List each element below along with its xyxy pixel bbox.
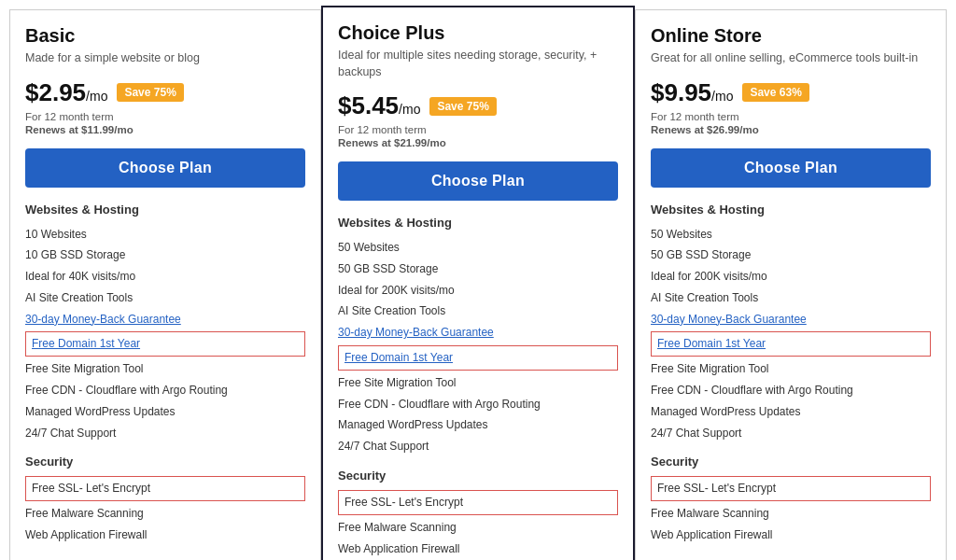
price-row-basic: $2.95/moSave 75% [25,78,305,107]
list-item: Free CDN - Cloudflare with Argo Routing [651,380,931,401]
plan-renews-basic: Renews at $11.99/mo [25,124,305,135]
plan-price-basic: $2.95/mo [25,78,107,107]
list-item: Web Application Firewall [25,525,305,546]
security-title-basic: Security [25,455,305,469]
security-section-online-store: SecurityFree SSL- Let's EncryptFree Malw… [651,455,931,545]
list-item: Free Site Migration Tool [651,358,931,380]
save-badge-basic: Save 75% [117,83,183,102]
list-item: 30-day Money-Back Guarantee [25,309,305,330]
security-title-online-store: Security [651,455,931,469]
list-item: AI Site Creation Tools [25,287,305,309]
plans-container: BasicMade for a simple website or blog$2… [9,9,947,560]
list-item: 24/7 Chat Support [25,423,305,444]
plan-renews-choice-plus: Renews at $21.99/mo [338,137,618,148]
list-item: Web Application Firewall [338,539,618,560]
choose-plan-button-basic[interactable]: Choose Plan [25,148,305,188]
save-badge-online-store: Save 63% [742,83,808,102]
list-item: 50 GB SSD Storage [651,245,931,266]
list-item: 24/7 Chat Support [338,436,618,457]
security-title-choice-plus: Security [338,469,618,483]
security-features-basic: Free SSL- Let's EncryptFree Malware Scan… [25,476,305,545]
list-item: Managed WordPress Updates [651,401,931,423]
security-section-basic: SecurityFree SSL- Let's EncryptFree Malw… [25,455,305,545]
plan-price-online-store: $9.95/mo [651,78,733,107]
list-item: Free CDN - Cloudflare with Argo Routing [25,380,305,401]
hosting-title-basic: Websites & Hosting [25,203,305,217]
list-item: 50 Websites [651,224,931,245]
plan-desc-choice-plus: Ideal for multiple sites needing storage… [338,48,618,80]
list-item: 10 GB SSD Storage [25,245,305,266]
choose-plan-button-choice-plus[interactable]: Choose Plan [338,161,618,201]
list-item: Free Domain 1st Year [651,331,931,357]
list-item: Managed WordPress Updates [25,401,305,423]
list-item: AI Site Creation Tools [651,287,931,309]
plan-term-choice-plus: For 12 month term [338,124,618,135]
price-row-online-store: $9.95/moSave 63% [651,78,931,107]
plan-card-online-store: Online StoreGreat for all online selling… [635,9,947,560]
list-item: Free SSL- Let's Encrypt [651,476,931,501]
choose-plan-button-online-store[interactable]: Choose Plan [651,148,931,188]
plan-desc-basic: Made for a simple website or blog [25,50,305,67]
list-item: Ideal for 200K visits/mo [651,266,931,287]
list-item: Ideal for 200K visits/mo [338,280,618,301]
list-item: Web Application Firewall [651,525,931,546]
list-item: Free Site Migration Tool [338,372,618,394]
list-item: 30-day Money-Back Guarantee [338,322,618,343]
plan-term-online-store: For 12 month term [651,111,931,122]
list-item: Free SSL- Let's Encrypt [338,490,618,515]
plan-name-online-store: Online Store [651,25,931,47]
list-item: 24/7 Chat Support [651,423,931,444]
security-features-choice-plus: Free SSL- Let's EncryptFree Malware Scan… [338,490,618,559]
list-item: Free Malware Scanning [651,503,931,525]
plan-desc-online-store: Great for all online selling, eCommerce … [651,50,931,67]
list-item: Managed WordPress Updates [338,414,618,436]
plan-card-choice-plus: Choice PlusIdeal for multiple sites need… [321,6,635,560]
save-badge-choice-plus: Save 75% [429,97,496,116]
hosting-features-online-store: 50 Websites50 GB SSD StorageIdeal for 20… [651,224,931,444]
plan-name-basic: Basic [25,25,305,47]
list-item: 10 Websites [25,224,305,245]
list-item: Ideal for 40K visits/mo [25,266,305,287]
list-item: Free CDN - Cloudflare with Argo Routing [338,394,618,415]
plan-price-choice-plus: $5.45/mo [338,91,420,120]
list-item: Free Malware Scanning [25,503,305,525]
plan-name-choice-plus: Choice Plus [338,22,618,44]
hosting-features-basic: 10 Websites10 GB SSD StorageIdeal for 40… [25,224,305,444]
list-item: 30-day Money-Back Guarantee [651,309,931,330]
plan-term-basic: For 12 month term [25,111,305,122]
security-features-online-store: Free SSL- Let's EncryptFree Malware Scan… [651,476,931,545]
list-item: Free Site Migration Tool [25,358,305,380]
list-item: AI Site Creation Tools [338,301,618,322]
list-item: Free Malware Scanning [338,517,618,539]
hosting-features-choice-plus: 50 Websites50 GB SSD StorageIdeal for 20… [338,237,618,457]
list-item: Free SSL- Let's Encrypt [25,476,305,501]
plan-renews-online-store: Renews at $26.99/mo [651,124,931,135]
list-item: 50 GB SSD Storage [338,259,618,280]
hosting-title-online-store: Websites & Hosting [651,203,931,217]
list-item: Free Domain 1st Year [338,345,618,371]
list-item: 50 Websites [338,237,618,259]
plan-card-basic: BasicMade for a simple website or blog$2… [9,9,321,560]
hosting-title-choice-plus: Websites & Hosting [338,216,618,230]
price-row-choice-plus: $5.45/moSave 75% [338,91,618,120]
security-section-choice-plus: SecurityFree SSL- Let's EncryptFree Malw… [338,469,618,559]
list-item: Free Domain 1st Year [25,331,305,357]
